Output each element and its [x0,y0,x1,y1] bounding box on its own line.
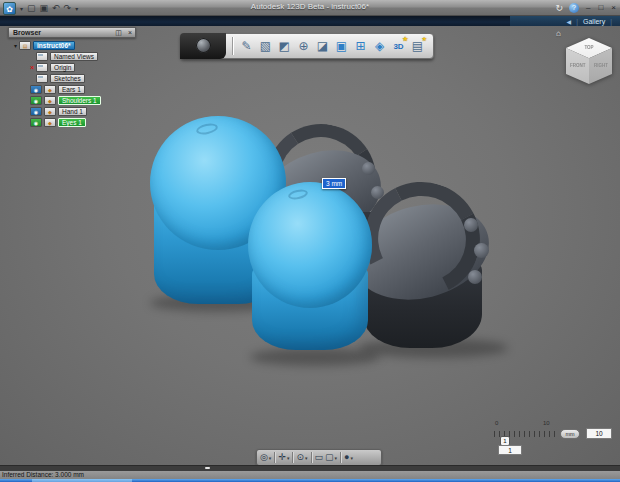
major-spacing-input[interactable]: 10 [586,428,612,439]
toolbar-separator [274,452,275,463]
status-bar: Inferred Distance: 3.000 mm [0,471,620,479]
view-box-button[interactable]: ▢ ▾ [324,450,338,465]
hidden-x-icon: × [30,63,34,72]
dark-body-shoulder-right[interactable] [352,190,498,354]
browser-item-label[interactable]: Sketches [50,74,85,83]
window-title: Autodesk 123D Beta - instruct06* [0,2,620,11]
splitter-handle[interactable] [205,467,210,469]
navigation-toolbar: ◎ ▾ ✛ ▾ ⊙ ▾ ▭ ▢ ▾ ● ▾ [256,449,382,465]
move-tool-icon[interactable]: ⊕ [294,35,313,57]
modify-tool-icon[interactable]: ◪ [313,35,332,57]
viewcube-right-label: RIGHT [594,63,608,68]
scale-min-label: 0 [495,420,498,426]
folder-icon [36,52,48,61]
toolbar-separator [311,452,312,463]
title-bar: ✿ ▾ ▢ ▣ ↶ ↷ ▾ Autodesk 123D Beta - instr… [0,0,620,16]
titlebar-right-controls: ↻ ? – □ × [555,1,617,15]
folder-icon [36,63,48,72]
browser-item-root[interactable]: ▾ ▤ instruct06* [14,40,75,50]
browser-panel-header[interactable]: Browser ◫ × [8,27,136,38]
visibility-icon[interactable]: ◉ [30,107,42,116]
dark-body-bump [474,243,489,258]
browser-item-label[interactable]: Origin [50,63,75,72]
body-icon: ◆ [44,118,56,127]
view-box-icon: ▢ [325,450,334,465]
app-window: ✿ ▾ ▢ ▣ ↶ ↷ ▾ Autodesk 123D Beta - instr… [0,0,620,482]
orbit-icon: ◎ [260,450,268,465]
browser-panel-title: Browser [9,29,112,36]
gallery-tab-group: ◀ | Gallery | [510,16,620,26]
visibility-icon[interactable]: ◉ [30,85,42,94]
dark-body-bump [464,218,478,232]
chevron-down-icon[interactable]: ▾ [305,455,308,461]
visibility-icon[interactable]: ◉ [30,118,42,127]
dark-body-bump [468,270,482,284]
insert-image-tool-icon[interactable]: ▤★ [408,35,427,57]
browser-item-shoulders[interactable]: ◉ ◆ Shoulders 1 [30,95,101,105]
toolbar-separator [232,37,233,55]
help-icon[interactable]: ? [569,3,579,13]
orbit-button[interactable]: ◎ ▾ [259,450,272,465]
sync-icon[interactable]: ↻ [555,3,563,13]
gallery-bar: ◀ | Gallery | [0,16,620,26]
browser-item-label[interactable]: Hand 1 [58,107,87,116]
star-icon: ★ [422,35,427,42]
dark-body-bump [362,162,375,175]
close-icon[interactable]: × [125,29,135,36]
browser-item-origin[interactable]: × Origin [30,62,75,72]
zoom-icon: ⊙ [296,450,304,465]
viewcube-front-label: FRONT [570,63,586,68]
chevron-down-icon[interactable]: ▾ [269,455,272,461]
browser-item-hand[interactable]: ◉ ◆ Hand 1 [30,106,87,116]
pin-icon[interactable]: ◫ [112,29,125,37]
blue-body-dome-right[interactable] [248,182,372,308]
expand-icon[interactable]: ▾ [14,42,17,49]
viewport-canvas[interactable]: Browser ◫ × ▾ ▤ instruct06* Named Views … [0,26,620,465]
chevron-down-icon[interactable]: ▾ [350,455,353,461]
primitives-tool-icon[interactable]: ▧ [256,35,275,57]
display-style-icon: ● [344,450,349,465]
pan-button[interactable]: ✛ ▾ [277,450,290,465]
browser-item-label[interactable]: Ears 1 [58,85,85,94]
main-menu-button[interactable] [180,33,226,59]
look-at-icon: ▭ [315,450,324,465]
zoom-button[interactable]: ⊙ ▾ [295,450,308,465]
close-button[interactable]: × [610,1,617,15]
combine-tool-icon[interactable]: ▣ [332,35,351,57]
toolbar-separator [340,452,341,463]
home-icon[interactable]: ⌂ [556,29,561,38]
browser-item-sketches[interactable]: Sketches [36,73,85,83]
visibility-icon[interactable]: ◉ [30,96,42,105]
chevron-down-icon[interactable]: ▾ [335,455,338,461]
browser-item-label[interactable]: instruct06* [33,41,75,50]
snap-value-input[interactable]: 1 [498,445,522,455]
browser-item-ears[interactable]: ◉ ◆ Ears 1 [30,84,85,94]
document-icon: ▤ [19,41,31,50]
folder-icon [36,74,48,83]
body-icon: ◆ [44,96,56,105]
group-tool-icon[interactable]: ◈ [370,35,389,57]
sketch-tool-icon[interactable]: ✎ [237,35,256,57]
restore-button[interactable]: □ [597,1,604,15]
status-text: Inferred Distance: 3.000 mm [2,471,84,479]
chevron-down-icon[interactable]: ▾ [287,455,290,461]
extrude-tool-icon[interactable]: ◩ [275,35,294,57]
text-3d-tool-icon[interactable]: 3D★ [389,35,408,57]
divider: | [610,18,612,25]
browser-item-label[interactable]: Named Views [50,52,98,61]
look-at-button[interactable]: ▭ [314,450,325,465]
units-button[interactable]: mm [560,429,580,439]
browser-item-label[interactable]: Eyes 1 [58,118,86,127]
tab-gallery[interactable]: Gallery [583,18,605,25]
display-style-button[interactable]: ● ▾ [343,450,354,465]
minimize-button[interactable]: – [585,1,591,15]
browser-item-label[interactable]: Shoulders 1 [58,96,101,105]
viewcube-top-label: TOP [566,45,612,50]
pattern-tool-icon[interactable]: ⊞ [351,35,370,57]
browser-item-eyes[interactable]: ◉ ◆ Eyes 1 [30,117,86,127]
body-icon: ◆ [44,85,56,94]
collapse-left-icon[interactable]: ◀ [567,18,572,25]
sphere-menu-icon [196,38,211,53]
view-cube[interactable]: TOP FRONT RIGHT [566,38,612,84]
browser-item-named-views[interactable]: Named Views [36,51,98,61]
